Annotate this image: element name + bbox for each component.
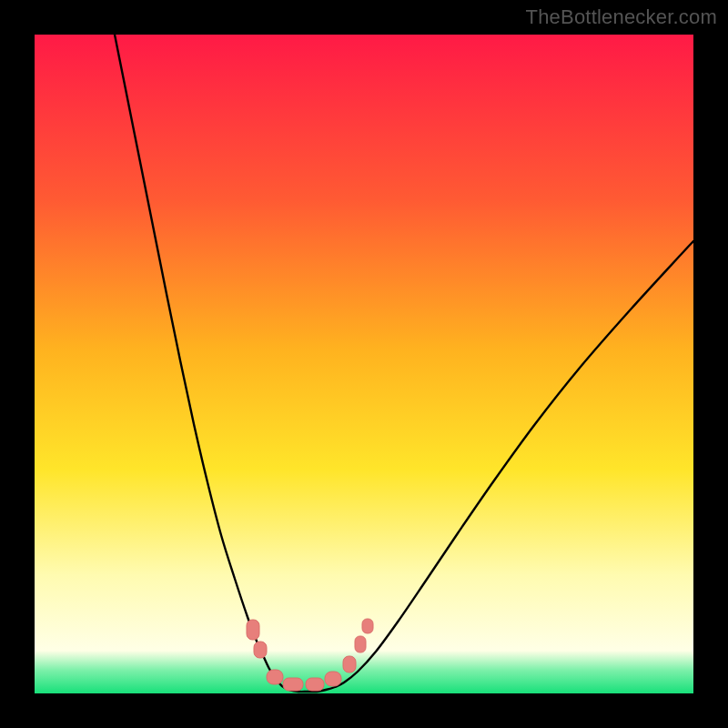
marker-right-top <box>362 619 373 633</box>
chart-svg <box>35 35 693 693</box>
plot-area <box>35 35 693 693</box>
marker-right-lower <box>343 656 356 672</box>
watermark-text: TheBottlenecker.com <box>526 5 717 29</box>
marker-right-upper <box>355 636 366 652</box>
marker-floor-2 <box>283 678 303 691</box>
marker-floor-4 <box>325 672 341 686</box>
marker-floor-3 <box>306 678 324 691</box>
outer-frame: TheBottlenecker.com <box>0 0 728 728</box>
marker-floor-1 <box>267 670 283 684</box>
marker-left-lower <box>254 642 267 658</box>
marker-left-upper <box>247 620 259 640</box>
